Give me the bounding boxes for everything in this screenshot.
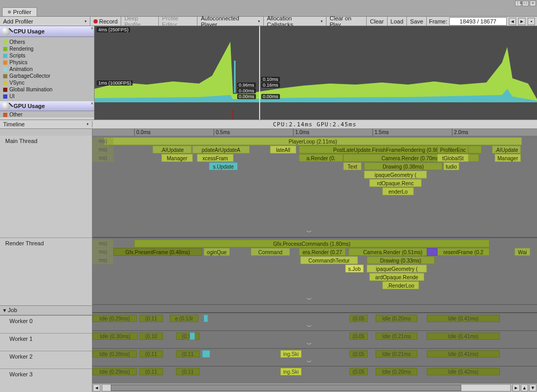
timeline-bar[interactable]: Idle (0.21ms: [376, 350, 417, 358]
timeline-bar[interactable]: Camera.Render (0.51ms): [348, 248, 437, 256]
legend-item[interactable]: Rendering: [3, 45, 91, 52]
clear-button[interactable]: Clear: [367, 17, 387, 26]
worker-timeline[interactable]: Idle (0.30ms)(0.10(0.11(0.05Idle (0.21ms…: [92, 330, 537, 348]
render-thread-timeline[interactable]: ﹀ Gfx.ProcessCommands (1.80ms)Gfx.Presen…: [92, 237, 537, 304]
frame-input[interactable]: 18493 / 18677: [449, 17, 507, 26]
timeline-bar[interactable]: Gfx.PresentFrame (0.48ms): [113, 248, 202, 256]
timeline-bar[interactable]: ing.Ski: [281, 368, 301, 375]
timeline-bar[interactable]: enderLo: [382, 187, 414, 195]
timeline-bar[interactable]: CommandhTextur: [300, 256, 358, 264]
timeline-bar[interactable]: Manager: [495, 154, 521, 162]
cpu-chart[interactable]: 4ms (250FPS) 1ms (1000FPS) 0.96ms 0.00ms…: [95, 26, 537, 102]
timeline-bar[interactable]: s.Job: [345, 265, 364, 272]
timeline-bar[interactable]: ms): [92, 146, 113, 153]
legend-item[interactable]: VSync: [3, 79, 91, 86]
timeline-bar[interactable]: resentFrame (0.2: [437, 248, 489, 256]
add-profiler-dropdown[interactable]: Add Profiler: [0, 17, 90, 26]
timeline-bar[interactable]: (0.11: [176, 332, 200, 340]
worker-timeline[interactable]: Idle (0.29ms)(0.11e (0.13r(0.05Idle (0.2…: [92, 313, 537, 330]
window-close-icon[interactable]: ×: [530, 1, 536, 6]
window-menu-icon[interactable]: ⋮≡: [515, 1, 521, 6]
scroll-down-button[interactable]: ▼: [529, 384, 536, 391]
autoconnected-dropdown[interactable]: Autoconnected Player: [197, 17, 264, 26]
timeline-bar[interactable]: ipaqueGeometry (: [364, 171, 427, 179]
deep-profile-button[interactable]: Deep Profile: [121, 17, 159, 26]
timeline-bar[interactable]: Drawing (0.38ms): [364, 162, 442, 170]
timeline-bar[interactable]: Idle (0.29ms): [92, 368, 137, 375]
timeline-bar[interactable]: pdateArUpdateA: [192, 146, 250, 153]
timeline-bar[interactable]: s.Update: [209, 162, 238, 170]
timeline-bar[interactable]: ipaqueGeometry (: [367, 265, 427, 272]
timeline-bar[interactable]: ms): [92, 248, 113, 256]
scroll-right-button[interactable]: ►: [512, 384, 520, 391]
profiler-tab[interactable]: Profiler: [2, 7, 37, 16]
save-button[interactable]: Save: [407, 17, 427, 26]
close-icon[interactable]: ×: [91, 26, 94, 31]
timeline-bar[interactable]: [202, 350, 210, 358]
legend-item[interactable]: Physics: [3, 59, 91, 66]
legend-item[interactable]: Animation: [3, 66, 91, 73]
worker-timeline[interactable]: Idle (0.29ms)(0.11(0.11ing.Ski(0.05Idle …: [92, 366, 537, 384]
timeline-bar[interactable]: (0.11: [139, 368, 163, 375]
timeline-bar[interactable]: [190, 332, 195, 340]
timeline-bar[interactable]: tudio: [443, 162, 459, 170]
clear-on-play-button[interactable]: Clear on Play: [326, 17, 367, 26]
profile-editor-button[interactable]: Profile Editor: [159, 17, 197, 26]
job-header[interactable]: ▾ Job: [0, 305, 92, 315]
view-mode-dropdown[interactable]: Timeline▾: [0, 121, 92, 127]
close-icon[interactable]: ×: [91, 101, 94, 106]
timeline-bar[interactable]: (0.11: [139, 315, 163, 322]
timeline-bar[interactable]: lateAll: [270, 146, 296, 153]
timeline-bar[interactable]: Idle (0.41ms): [427, 350, 500, 358]
time-ruler[interactable]: 0.0ms0.5ms1.0ms1.5ms2.0ms: [92, 129, 537, 136]
timeline-bar[interactable]: Manager: [161, 154, 193, 162]
timeline-bar[interactable]: era.Render (0.27: [299, 248, 346, 256]
frame-next-button[interactable]: ►: [518, 18, 526, 25]
timeline-bar[interactable]: ms): [92, 154, 113, 162]
legend-item[interactable]: Scripts: [3, 52, 91, 59]
legend-item[interactable]: Global Illumination: [3, 86, 91, 93]
load-button[interactable]: Load: [388, 17, 407, 26]
scroll-left-button[interactable]: ◄: [93, 384, 100, 391]
timeline-bar[interactable]: (0.05: [349, 350, 368, 358]
timeline-bar[interactable]: ing.Ski: [281, 350, 301, 358]
window-max-icon[interactable]: □: [522, 1, 529, 6]
timeline-bar[interactable]: Drawing (0.33ms): [367, 256, 435, 264]
timeline-bar[interactable]: ProfilerEnc: [437, 146, 469, 153]
timeline-bar[interactable]: (0.05: [349, 368, 368, 375]
timeline-bar[interactable]: Idle (0.29ms): [92, 315, 137, 322]
timeline-bar[interactable]: (0.05: [349, 315, 368, 322]
timeline-bar[interactable]: a.Render (0.: [299, 154, 343, 162]
horizontal-scrollbar[interactable]: [102, 384, 511, 391]
timeline-bar[interactable]: e (0.13r: [170, 315, 199, 322]
timeline-bar[interactable]: (0.05: [349, 332, 368, 340]
scroll-up-button[interactable]: ▲: [521, 384, 528, 391]
timeline-bar[interactable]: Idle (0.41ms): [427, 332, 500, 340]
timeline-bar[interactable]: (0.11: [176, 350, 200, 358]
timeline-bar[interactable]: Idle (0.20ms: [376, 368, 417, 375]
main-thread-timeline[interactable]: ﹀ PlayerLoop (2.11ms).AIUpdatepdateArUpd…: [92, 136, 537, 237]
timeline-bar[interactable]: .RenderLoo: [382, 281, 419, 289]
timeline-bar[interactable]: PlayerLoop (2.11ms): [104, 137, 522, 145]
timeline-bar[interactable]: rdOpaque.Renc: [369, 179, 422, 187]
allocation-callstacks-dropdown[interactable]: Allocation Callstacks: [264, 17, 326, 26]
timeline-bar[interactable]: .AIUpdate: [153, 146, 192, 153]
cpu-usage-header[interactable]: CPU Usage ×: [0, 26, 94, 37]
worker-timeline[interactable]: Idle (0.28ms)(0.11(0.11ing.Ski(0.05Idle …: [92, 348, 537, 366]
legend-item[interactable]: Others: [3, 39, 91, 45]
timeline-bar[interactable]: [204, 315, 208, 322]
timeline-bar[interactable]: Idle (0.41ms): [427, 315, 500, 322]
frame-current-button[interactable]: ▪: [528, 18, 535, 25]
timeline-bar[interactable]: ms): [92, 240, 113, 247]
timeline-bar[interactable]: oginQue: [204, 248, 230, 256]
timeline-bar[interactable]: Gfx.ProcessCommands (1.80ms): [134, 240, 489, 247]
timeline-bar[interactable]: Idle (0.28ms): [92, 350, 137, 358]
timeline-bar[interactable]: [427, 248, 437, 256]
legend-item[interactable]: GarbageCollector: [3, 73, 91, 79]
timeline-bar[interactable]: Wai: [515, 248, 530, 256]
timeline-bar[interactable]: .AIUpdate: [492, 146, 521, 153]
gpu-usage-header[interactable]: GPU Usage ×: [0, 101, 94, 111]
timeline-bar[interactable]: Idle (0.30ms): [92, 332, 138, 340]
legend-item[interactable]: UI: [3, 93, 91, 100]
gpu-chart[interactable]: [95, 102, 537, 120]
